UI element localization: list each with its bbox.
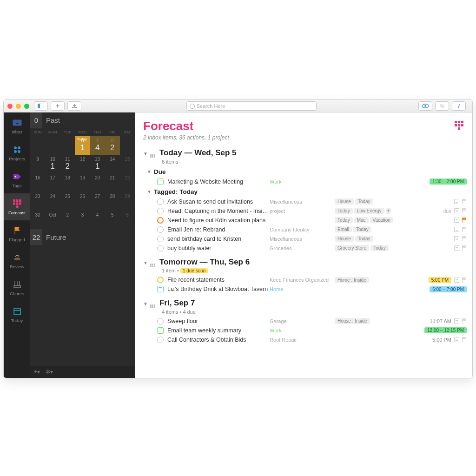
close-icon[interactable] (7, 104, 13, 109)
flag-icon[interactable] (462, 337, 467, 342)
download-button[interactable] (67, 101, 81, 111)
calendar-cell[interactable]: 4 (90, 211, 105, 229)
calendar-cell[interactable]: Oct (45, 211, 60, 229)
flag-icon[interactable] (462, 218, 467, 223)
calendar-cell[interactable]: 21 (105, 173, 120, 192)
flag-icon[interactable] (462, 227, 467, 232)
note-icon[interactable] (454, 318, 459, 324)
calendar-cell[interactable]: 131 (90, 155, 105, 173)
flag-icon[interactable] (462, 278, 467, 283)
calendar-cell[interactable] (45, 136, 60, 155)
calendar-cell[interactable] (120, 136, 135, 155)
note-icon[interactable] (454, 218, 459, 223)
past-header[interactable]: 0 Past (30, 112, 135, 128)
search-input[interactable]: Search Here (186, 101, 317, 111)
settings-button[interactable] (435, 101, 449, 111)
task-row[interactable]: Email Jen re: RebrandCompany IdentityEma… (135, 225, 472, 234)
task-row[interactable]: File recent statementsKeep Finances Orga… (135, 275, 472, 284)
task-checkbox[interactable] (157, 337, 164, 343)
calendar-cell[interactable]: 6 (120, 211, 135, 229)
task-checkbox[interactable] (157, 245, 164, 251)
group-header[interactable]: ▼Tagged: Today (135, 186, 472, 197)
calendar-cell[interactable]: 20 (90, 173, 105, 192)
calendar-cell[interactable]: 28 (105, 192, 120, 211)
tag[interactable]: House (335, 236, 354, 242)
task-checkbox[interactable] (157, 208, 164, 214)
calendar-cell[interactable]: 30 (30, 211, 45, 229)
tag[interactable]: Email (335, 226, 352, 232)
calendar-cell[interactable]: 9 (30, 155, 45, 173)
tag[interactable]: Today (355, 236, 373, 242)
calendar-event-icon[interactable] (157, 327, 164, 334)
task-row[interactable]: Need to figure out Köln vacation plansTo… (135, 216, 472, 225)
task-row[interactable]: buy bubbly waterGroceriesGrocery StoreTo… (135, 244, 472, 253)
tag[interactable]: Today (355, 198, 373, 205)
task-row[interactable]: Ask Susan to send out invitationsMiscell… (135, 197, 472, 206)
tag-more[interactable]: + (386, 208, 391, 214)
tag[interactable]: Vacation (370, 217, 393, 223)
task-row[interactable]: send birthday card to KristenMiscellaneo… (135, 234, 472, 244)
sidebar-item-inbox[interactable]: Inbox (4, 112, 30, 139)
calendar-cell[interactable] (60, 136, 75, 155)
tag[interactable]: Low Energy (354, 208, 384, 214)
flag-icon[interactable] (462, 208, 467, 213)
calendar-cell[interactable]: 26 (75, 192, 90, 211)
sidebar-item-chores[interactable]: Chores (4, 274, 30, 301)
calendar-cell[interactable]: 16 (30, 173, 45, 192)
minimize-icon[interactable] (16, 104, 21, 109)
future-header[interactable]: 22 Future (30, 229, 135, 245)
note-icon[interactable] (454, 208, 459, 213)
tag[interactable]: House (335, 198, 354, 205)
gear-icon[interactable]: ✲▾ (46, 369, 53, 375)
task-checkbox[interactable] (157, 217, 164, 224)
toggle-sidebar-button[interactable] (34, 101, 48, 111)
calendar-cell[interactable]: 27 (90, 192, 105, 211)
calendar-cell[interactable]: 24 (45, 192, 60, 211)
calendar-event-icon[interactable] (157, 178, 164, 185)
add-perspective-button[interactable]: +▾ (34, 369, 40, 375)
calendar-cell[interactable]: 19 (75, 173, 90, 192)
task-row[interactable]: Call Contractors & Obtain BidsRoof Repai… (135, 335, 472, 344)
sidebar-item-flagged[interactable]: Flagged (4, 220, 30, 247)
task-checkbox[interactable] (157, 236, 164, 242)
section-header[interactable]: ▼Fri, Sep 7 (135, 296, 472, 309)
section-header[interactable]: ▼Tomorrow — Thu, Sep 6 (135, 255, 472, 268)
tag[interactable]: Today (335, 217, 353, 223)
task-row[interactable]: Read: Capturing in the Moment - Insid…pr… (135, 206, 472, 216)
view-button[interactable] (418, 101, 432, 111)
calendar-cell[interactable]: 25 (60, 192, 75, 211)
calendar-cell[interactable]: 18 (60, 173, 75, 192)
calendar-cell[interactable]: 2 (60, 211, 75, 229)
info-button[interactable]: i (452, 101, 466, 111)
calendar-event-icon[interactable] (157, 286, 164, 292)
task-checkbox[interactable] (157, 226, 164, 233)
sidebar-item-projects[interactable]: Projects (4, 139, 30, 166)
task-checkbox[interactable] (157, 277, 164, 283)
flag-icon[interactable] (462, 199, 467, 204)
tag[interactable]: Home : Inside (335, 277, 369, 283)
task-row[interactable]: Email team weekly summaryWork12:00 – 12:… (135, 326, 472, 335)
task-checkbox[interactable] (157, 318, 164, 324)
task-checkbox[interactable] (157, 198, 164, 205)
flag-icon[interactable] (462, 318, 467, 324)
calendar-cell[interactable]: 12 (75, 155, 90, 173)
calendar-cell[interactable]: Today61 (75, 136, 90, 155)
sidebar-item-tags[interactable]: Tags (4, 166, 30, 193)
calendar-cell[interactable]: 15 (120, 155, 135, 173)
task-row[interactable]: Sweep floorGarageHouse : Inside11:07 AM (135, 317, 472, 326)
calendar-cell[interactable]: 112 (60, 155, 75, 173)
sidebar-item-today[interactable]: Today (4, 301, 30, 328)
calendar-cell[interactable]: 29 (120, 192, 135, 211)
note-icon[interactable] (454, 337, 459, 342)
flag-icon[interactable] (462, 236, 467, 241)
tag[interactable]: Today (370, 245, 389, 251)
task-row[interactable]: Liz's Birthday Drink at Slowboat TavernH… (135, 284, 472, 294)
sidebar-item-review[interactable]: Review (4, 247, 30, 274)
note-icon[interactable] (454, 278, 459, 283)
tag[interactable]: Grocery Store (335, 245, 369, 251)
section-header[interactable]: ▼Today — Wed, Sep 5 (135, 145, 472, 159)
calendar-cell[interactable]: 101 (45, 155, 60, 173)
calendar-cell[interactable]: 5 (105, 211, 120, 229)
group-header[interactable]: ▼Due (135, 166, 472, 177)
sidebar-item-forecast[interactable]: Forecast (4, 193, 30, 220)
